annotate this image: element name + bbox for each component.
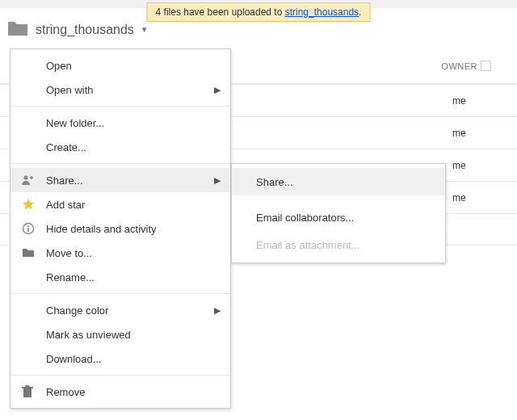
svg-point-0 [23,175,27,179]
owner-cell: me [452,160,485,171]
context-menu: Open Open with▶ New folder... Create... … [10,48,231,409]
menu-move-to[interactable]: Move to... [11,241,230,265]
owner-cell: me [452,95,485,107]
share-submenu: Share... Email collaborators... Email as… [231,163,446,263]
folder-icon [22,247,35,258]
notification-link[interactable]: string_thousands [285,6,359,18]
svg-rect-3 [27,228,29,232]
menu-hide-details[interactable]: Hide details and activity [11,216,230,241]
menu-rename[interactable]: Rename... [11,265,230,289]
star-icon [22,198,35,211]
upload-notification: 4 files have been uploaded to string_tho… [147,2,371,22]
breadcrumb-folder-name: string_thousands [36,23,134,37]
menu-download[interactable]: Download... [11,346,230,371]
menu-share[interactable]: Share...▶ [11,168,230,192]
spacer [232,195,445,204]
menu-open-with[interactable]: Open with▶ [11,78,230,102]
sort-icon [481,61,491,71]
svg-rect-6 [26,385,30,387]
svg-rect-5 [22,387,33,388]
menu-divider [11,293,230,294]
svg-point-2 [27,225,29,227]
menu-remove[interactable]: Remove [11,380,230,404]
folder-icon [6,19,29,40]
menu-change-color[interactable]: Change color▶ [11,298,230,322]
notification-prefix: 4 files have been uploaded to [156,6,285,18]
chevron-right-icon: ▶ [214,85,221,95]
svg-rect-4 [23,388,32,397]
menu-open[interactable]: Open [11,53,230,78]
owner-cell: me [452,192,485,204]
menu-create[interactable]: Create... [11,135,230,159]
menu-add-star[interactable]: Add star [11,192,230,216]
info-icon [22,222,35,235]
menu-new-folder[interactable]: New folder... [11,111,230,135]
notification-suffix: . [359,6,361,18]
chevron-right-icon: ▶ [214,175,221,186]
menu-divider [11,106,230,107]
chevron-down-icon: ▼ [141,25,149,34]
chevron-right-icon: ▶ [214,305,221,316]
share-icon [22,174,35,186]
menu-divider [11,375,230,376]
submenu-email-collaborators[interactable]: Email collaborators... [232,204,445,231]
submenu-share[interactable]: Share... [232,168,445,195]
trash-icon [22,385,33,398]
menu-divider [11,163,230,164]
menu-mark-unviewed[interactable]: Mark as unviewed [11,322,230,346]
owner-column-header[interactable]: OWNER [441,61,491,71]
owner-cell: me [452,128,485,139]
submenu-email-attachment: Email as attachment... [232,231,445,258]
